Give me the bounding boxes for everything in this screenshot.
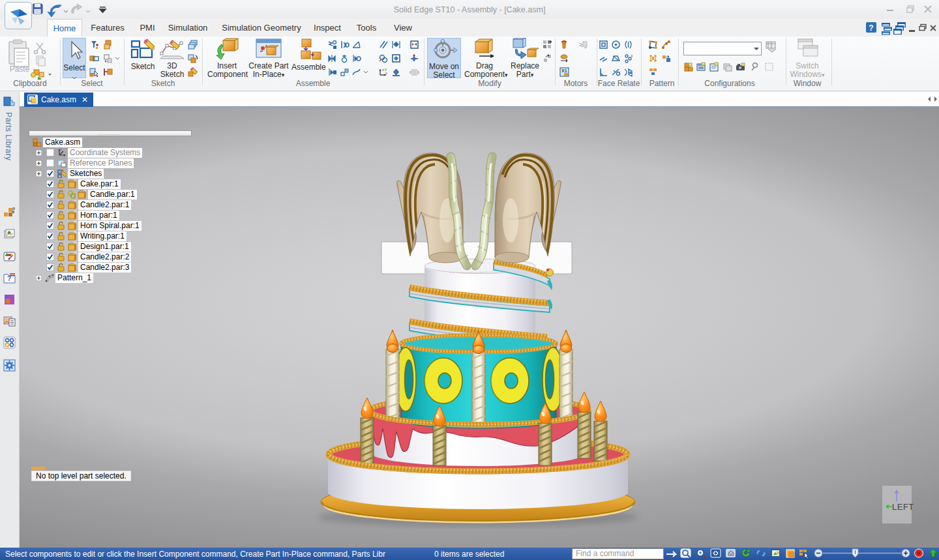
svg-text:X1: X1 [561,68,567,73]
svg-text:?: ? [7,275,11,282]
svg-text:z: z [382,68,384,72]
svg-text:x: x [385,71,387,75]
svg-text:?: ? [869,23,873,33]
